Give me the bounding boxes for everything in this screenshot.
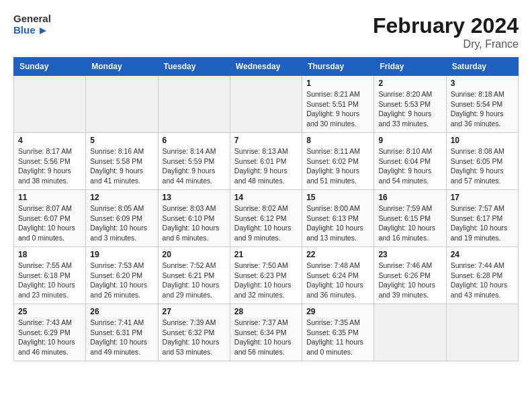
table-row [158,76,230,133]
day-number: 1 [306,79,369,88]
day-info: Sunrise: 8:18 AM Sunset: 5:54 PM Dayligh… [451,89,514,129]
table-row: 2Sunrise: 8:20 AM Sunset: 5:53 PM Daylig… [374,76,446,133]
table-row: 5Sunrise: 8:16 AM Sunset: 5:58 PM Daylig… [86,133,158,190]
month-title: February 2024 [373,13,519,38]
table-row: 25Sunrise: 7:43 AM Sunset: 6:29 PM Dayli… [14,304,86,361]
calendar-week-row: 11Sunrise: 8:07 AM Sunset: 6:07 PM Dayli… [14,190,519,247]
logo-general-text: General [13,13,51,25]
day-number: 24 [451,250,514,259]
logo-blue-text: Blue [13,25,51,37]
col-tuesday: Tuesday [158,58,230,76]
table-row: 1Sunrise: 8:21 AM Sunset: 5:51 PM Daylig… [302,76,374,133]
day-info: Sunrise: 8:13 AM Sunset: 6:01 PM Dayligh… [234,146,298,186]
day-number: 22 [306,250,369,259]
table-row: 26Sunrise: 7:41 AM Sunset: 6:31 PM Dayli… [86,304,158,361]
day-info: Sunrise: 8:14 AM Sunset: 5:59 PM Dayligh… [163,146,226,186]
table-row [230,76,302,133]
table-row: 27Sunrise: 7:39 AM Sunset: 6:32 PM Dayli… [158,304,230,361]
table-row: 19Sunrise: 7:53 AM Sunset: 6:20 PM Dayli… [86,247,158,304]
day-number: 12 [90,193,153,202]
logo-arrow-icon [37,25,49,37]
day-info: Sunrise: 7:50 AM Sunset: 6:23 PM Dayligh… [234,261,298,300]
day-number: 17 [451,193,514,202]
day-info: Sunrise: 8:07 AM Sunset: 6:07 PM Dayligh… [18,203,81,243]
day-info: Sunrise: 7:37 AM Sunset: 6:34 PM Dayligh… [234,318,298,357]
day-number: 26 [90,307,153,316]
table-row: 13Sunrise: 8:03 AM Sunset: 6:10 PM Dayli… [158,190,230,247]
day-number: 13 [163,193,226,202]
table-row: 7Sunrise: 8:13 AM Sunset: 6:01 PM Daylig… [230,133,302,190]
day-number: 7 [234,136,298,145]
day-number: 28 [234,307,298,316]
day-info: Sunrise: 8:21 AM Sunset: 5:51 PM Dayligh… [306,89,369,129]
table-row [14,76,86,133]
day-number: 19 [90,250,153,259]
day-number: 6 [163,136,226,145]
table-row: 16Sunrise: 7:59 AM Sunset: 6:15 PM Dayli… [374,190,446,247]
day-info: Sunrise: 8:10 AM Sunset: 6:04 PM Dayligh… [378,146,441,186]
day-info: Sunrise: 7:53 AM Sunset: 6:20 PM Dayligh… [90,261,153,300]
day-info: Sunrise: 7:35 AM Sunset: 6:35 PM Dayligh… [306,318,369,357]
day-number: 5 [90,136,153,145]
day-number: 2 [378,79,441,88]
day-number: 10 [451,136,514,145]
title-block: February 2024 Dry, France [373,13,519,50]
day-info: Sunrise: 8:11 AM Sunset: 6:02 PM Dayligh… [306,146,369,186]
col-sunday: Sunday [14,58,86,76]
calendar-week-row: 25Sunrise: 7:43 AM Sunset: 6:29 PM Dayli… [14,304,519,361]
day-info: Sunrise: 8:17 AM Sunset: 5:56 PM Dayligh… [18,146,81,186]
day-number: 9 [378,136,441,145]
day-info: Sunrise: 7:44 AM Sunset: 6:28 PM Dayligh… [451,261,514,300]
calendar-week-row: 18Sunrise: 7:55 AM Sunset: 6:18 PM Dayli… [14,247,519,304]
day-info: Sunrise: 7:57 AM Sunset: 6:17 PM Dayligh… [451,203,514,243]
day-info: Sunrise: 7:43 AM Sunset: 6:29 PM Dayligh… [18,318,81,357]
day-number: 4 [18,136,81,145]
day-number: 23 [378,250,441,259]
day-info: Sunrise: 7:59 AM Sunset: 6:15 PM Dayligh… [378,203,441,243]
day-info: Sunrise: 7:39 AM Sunset: 6:32 PM Dayligh… [163,318,226,357]
day-info: Sunrise: 8:00 AM Sunset: 6:13 PM Dayligh… [306,203,369,243]
day-info: Sunrise: 7:41 AM Sunset: 6:31 PM Dayligh… [90,318,153,357]
day-number: 3 [451,79,514,88]
table-row [374,304,446,361]
logo: General Blue [13,13,51,37]
day-info: Sunrise: 8:03 AM Sunset: 6:10 PM Dayligh… [163,203,226,243]
table-row: 8Sunrise: 8:11 AM Sunset: 6:02 PM Daylig… [302,133,374,190]
table-row: 24Sunrise: 7:44 AM Sunset: 6:28 PM Dayli… [446,247,518,304]
table-row: 28Sunrise: 7:37 AM Sunset: 6:34 PM Dayli… [230,304,302,361]
table-row: 23Sunrise: 7:46 AM Sunset: 6:26 PM Dayli… [374,247,446,304]
day-number: 11 [18,193,81,202]
table-row: 6Sunrise: 8:14 AM Sunset: 5:59 PM Daylig… [158,133,230,190]
calendar-table: Sunday Monday Tuesday Wednesday Thursday… [13,57,519,361]
day-number: 16 [378,193,441,202]
day-info: Sunrise: 7:52 AM Sunset: 6:21 PM Dayligh… [163,261,226,300]
col-friday: Friday [374,58,446,76]
day-info: Sunrise: 8:08 AM Sunset: 6:05 PM Dayligh… [451,146,514,186]
table-row: 17Sunrise: 7:57 AM Sunset: 6:17 PM Dayli… [446,190,518,247]
table-row: 21Sunrise: 7:50 AM Sunset: 6:23 PM Dayli… [230,247,302,304]
day-info: Sunrise: 8:02 AM Sunset: 6:12 PM Dayligh… [234,203,298,243]
day-number: 20 [163,250,226,259]
col-monday: Monday [86,58,158,76]
col-saturday: Saturday [446,58,518,76]
day-info: Sunrise: 8:20 AM Sunset: 5:53 PM Dayligh… [378,89,441,129]
table-row: 11Sunrise: 8:07 AM Sunset: 6:07 PM Dayli… [14,190,86,247]
day-number: 25 [18,307,81,316]
calendar-week-row: 4Sunrise: 8:17 AM Sunset: 5:56 PM Daylig… [14,133,519,190]
calendar-header-row: Sunday Monday Tuesday Wednesday Thursday… [14,58,519,76]
svg-marker-0 [40,28,46,34]
table-row: 29Sunrise: 7:35 AM Sunset: 6:35 PM Dayli… [302,304,374,361]
day-info: Sunrise: 8:05 AM Sunset: 6:09 PM Dayligh… [90,203,153,243]
day-number: 15 [306,193,369,202]
day-info: Sunrise: 7:48 AM Sunset: 6:24 PM Dayligh… [306,261,369,300]
day-number: 8 [306,136,369,145]
day-info: Sunrise: 8:16 AM Sunset: 5:58 PM Dayligh… [90,146,153,186]
location: Dry, France [373,38,519,50]
table-row: 15Sunrise: 8:00 AM Sunset: 6:13 PM Dayli… [302,190,374,247]
day-number: 14 [234,193,298,202]
day-info: Sunrise: 7:55 AM Sunset: 6:18 PM Dayligh… [18,261,81,300]
table-row: 3Sunrise: 8:18 AM Sunset: 5:54 PM Daylig… [446,76,518,133]
table-row [86,76,158,133]
col-wednesday: Wednesday [230,58,302,76]
day-number: 21 [234,250,298,259]
